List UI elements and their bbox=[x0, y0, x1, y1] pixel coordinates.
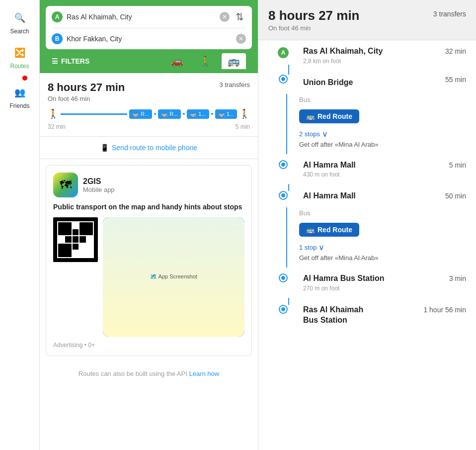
ad-content: 🗺️ App Screenshot bbox=[53, 217, 244, 337]
chevron-down-icon: ∨ bbox=[322, 129, 328, 139]
route-summary: 8 hours 27 min On foot 46 min 3 transfer… bbox=[48, 81, 250, 102]
route-card: 8 hours 27 min On foot 46 min 3 transfer… bbox=[40, 73, 258, 136]
from-clear-button[interactable]: ✕ bbox=[220, 12, 230, 22]
detail-header: 8 hours 27 min On foot 46 min 3 transfer… bbox=[258, 0, 476, 40]
stop-time: 1 hour 56 min bbox=[423, 305, 466, 314]
seg-dot-2 bbox=[183, 113, 185, 115]
stops-link-1[interactable]: 2 stops ∨ bbox=[299, 129, 466, 139]
to-input[interactable] bbox=[67, 35, 232, 43]
get-off-text: Get off after «Mina Al Arab» bbox=[299, 254, 466, 262]
seg-bus-3: 🚌 1... bbox=[187, 109, 209, 119]
timeline: A Ras Al Khaimah, City 2,8 km on foot 32… bbox=[258, 40, 476, 342]
seg-bus-4: 🚌 1... bbox=[215, 109, 237, 119]
red-route-badge-2: 🚌 Red Route bbox=[299, 223, 359, 237]
stop-dot bbox=[280, 306, 287, 313]
sidebar-item-friends[interactable]: 👥 Friends bbox=[0, 80, 39, 114]
stop-time: 55 min bbox=[445, 75, 466, 84]
ad-card: 🗺 2GIS Mobile app Public transport on th… bbox=[46, 165, 252, 356]
timeline-item-al-hamra-bus: Al Hamra Bus Station 270 m on foot 3 min bbox=[258, 268, 476, 298]
transfers-badge: 3 transfers bbox=[220, 81, 250, 89]
stop-name: Al Hamra Mall bbox=[303, 160, 449, 171]
detail-transfers: 3 transfers bbox=[433, 10, 466, 18]
api-learn-link[interactable]: Learn how bbox=[189, 370, 219, 377]
filter-walk-button[interactable]: 🚶 bbox=[193, 53, 218, 69]
seg-dot-1 bbox=[154, 113, 156, 115]
timeline-item-al-hamra-1: Al Hamra Mall 430 m on foot 5 min bbox=[258, 154, 476, 184]
search-box: A ✕ ⇅ B ✕ bbox=[46, 6, 252, 49]
send-route-icon: 📱 bbox=[100, 144, 109, 152]
stop-time: 5 min bbox=[449, 160, 466, 169]
tl-connector-2 bbox=[269, 184, 476, 191]
main-panel: A ✕ ⇅ B ✕ ☰ FILTERS 🚗 🚶 🚌 bbox=[40, 0, 258, 450]
search-icon: 🔍 bbox=[12, 10, 28, 26]
stop-name: Al Hamra Bus Station bbox=[303, 273, 449, 284]
origin-marker: A bbox=[278, 47, 289, 58]
bus-label: Bus bbox=[299, 209, 466, 217]
sidebar-item-label: Routes bbox=[10, 63, 29, 70]
to-marker: B bbox=[52, 33, 63, 44]
friends-icon: 👥 bbox=[12, 85, 28, 100]
timeline-item-al-hamra-2: Al Hamra Mall 50 min bbox=[258, 191, 476, 207]
stop-name: Ras Al Khaimah, City bbox=[303, 46, 445, 57]
app-name: 2GIS bbox=[83, 177, 115, 186]
from-input[interactable] bbox=[67, 13, 216, 21]
filters-bar: ☰ FILTERS 🚗 🚶 🚌 bbox=[46, 49, 252, 73]
route-detail: 8 hours 27 min On foot 46 min 3 transfer… bbox=[258, 0, 476, 450]
to-clear-button[interactable]: ✕ bbox=[236, 34, 246, 44]
bus-icon: 🚌 bbox=[306, 112, 315, 120]
divider bbox=[52, 28, 246, 28]
seg-end-time: 5 min bbox=[236, 123, 250, 130]
stop-name: Ras Al KhaimahBus Station bbox=[303, 305, 423, 326]
route-time-labels: 32 min 5 min bbox=[48, 121, 250, 136]
filter-lines-icon: ☰ bbox=[52, 57, 58, 65]
red-route-badge-1: 🚌 Red Route bbox=[299, 109, 359, 123]
sidebar: 🔍 Search 🔀 Routes 👥 Friends bbox=[0, 0, 40, 450]
bus-icon: 🚌 bbox=[306, 226, 315, 234]
send-route-button[interactable]: 📱 Send route to mobile phone bbox=[40, 136, 258, 159]
sidebar-item-routes[interactable]: 🔀 Routes bbox=[0, 40, 39, 75]
stop-dot bbox=[280, 76, 287, 83]
phone-mockup: 🗺️ App Screenshot bbox=[103, 217, 244, 337]
seg-bus-2: 🚌 R... bbox=[158, 109, 181, 119]
timeline-item-union-bridge: Union Bridge 55 min bbox=[258, 75, 476, 94]
stop-time: 32 min bbox=[445, 46, 466, 55]
bus-label: Bus bbox=[299, 96, 466, 103]
seg-walk-end: 🚶 bbox=[239, 108, 250, 119]
get-off-text: Get off after «Mina Al Arab» bbox=[299, 141, 466, 148]
seg-bus-1: 🚌 R... bbox=[129, 109, 152, 119]
search-area: A ✕ ⇅ B ✕ ☰ FILTERS 🚗 🚶 🚌 bbox=[40, 0, 258, 73]
seg-line-1 bbox=[61, 113, 127, 115]
filters-button[interactable]: ☰ FILTERS bbox=[52, 57, 89, 65]
detail-time: 8 hours 27 min bbox=[268, 8, 360, 23]
stops-link-2[interactable]: 1 stop ∨ bbox=[299, 243, 466, 252]
stop-dot bbox=[280, 161, 287, 168]
filter-car-button[interactable]: 🚗 bbox=[165, 53, 189, 69]
routes-icon: 🔀 bbox=[12, 45, 28, 61]
from-marker: A bbox=[52, 11, 63, 22]
sidebar-item-label: Search bbox=[10, 28, 29, 35]
red-route-label: Red Route bbox=[317, 226, 352, 234]
sidebar-item-label: Friends bbox=[9, 102, 29, 109]
red-route-label: Red Route bbox=[317, 112, 352, 120]
to-row: B ✕ bbox=[52, 33, 246, 44]
stop-name: Union Bridge bbox=[303, 78, 445, 88]
ad-header: 🗺 2GIS Mobile app bbox=[53, 173, 244, 197]
ad-description: Public transport on the map and handy hi… bbox=[53, 202, 244, 212]
from-row: A ✕ ⇅ bbox=[52, 11, 246, 23]
stop-dot bbox=[280, 274, 287, 281]
notification-dot bbox=[22, 76, 27, 81]
stop-name: Al Hamra Mall bbox=[303, 191, 445, 201]
filter-bus-button[interactable]: 🚌 bbox=[222, 53, 246, 69]
stop-time: 3 min bbox=[449, 273, 466, 282]
filters-label-text: FILTERS bbox=[61, 57, 89, 65]
api-footer: Routes can also be built using the API L… bbox=[40, 362, 258, 385]
sidebar-item-search[interactable]: 🔍 Search bbox=[0, 5, 39, 40]
timeline-item-start: A Ras Al Khaimah, City 2,8 km on foot 32… bbox=[258, 40, 476, 65]
app-icon: 🗺 bbox=[53, 173, 78, 197]
stop-time: 50 min bbox=[445, 191, 466, 200]
send-route-label: Send route to mobile phone bbox=[112, 144, 197, 152]
route-segments: 🚶 🚌 R... 🚌 R... 🚌 1... 🚌 1... 🚶 bbox=[48, 108, 250, 119]
swap-button[interactable]: ⇅ bbox=[234, 11, 246, 23]
stop-dot bbox=[280, 192, 287, 199]
stop-sub: 430 m on foot bbox=[303, 171, 449, 178]
